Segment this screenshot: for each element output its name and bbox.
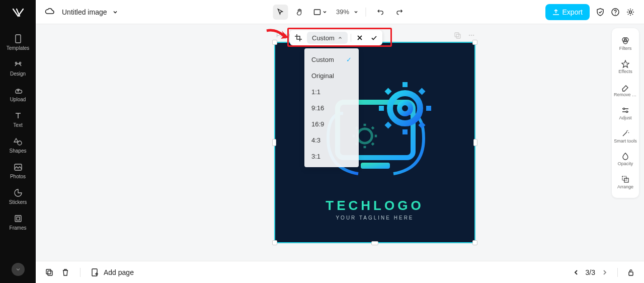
- page-quick-actions: [453, 31, 475, 39]
- effects-icon: [621, 59, 630, 68]
- center-tool-group: 39%: [273, 5, 407, 20]
- chevron-down-icon: [16, 267, 21, 272]
- panel-smart-tools[interactable]: Smart tools: [612, 125, 639, 148]
- resize-menu[interactable]: [311, 5, 329, 20]
- add-page-label: Add page: [104, 268, 134, 276]
- shield-icon[interactable]: [596, 8, 605, 17]
- svg-point-1: [15, 62, 17, 63]
- add-page-icon: [91, 268, 100, 277]
- duplicate-page-icon[interactable]: [453, 31, 461, 39]
- panel-effects[interactable]: Effects: [612, 55, 639, 79]
- aspect-ratio-menu: Custom✓ Original 1:1 9:16 16:9 4:3 3:1: [304, 48, 359, 167]
- aspect-option-1-1[interactable]: 1:1: [304, 84, 359, 100]
- svg-point-22: [473, 35, 474, 36]
- chevron-up-icon: [338, 35, 343, 40]
- svg-point-10: [629, 11, 632, 13]
- rail-frames[interactable]: Frames: [0, 209, 36, 235]
- rail-text[interactable]: Text: [0, 106, 36, 132]
- redo-button[interactable]: [392, 5, 407, 20]
- svg-point-15: [626, 111, 627, 112]
- rail-stickers[interactable]: Stickers: [0, 183, 36, 209]
- panel-label: Remove backgr...: [613, 93, 638, 98]
- lock-icon[interactable]: [627, 268, 635, 276]
- templates-icon: [14, 34, 23, 43]
- svg-rect-6: [17, 217, 20, 220]
- rail-photos[interactable]: Photos: [0, 158, 36, 183]
- panel-remove-bg[interactable]: Remove backgr...: [612, 79, 639, 102]
- aspect-ratio-dropdown[interactable]: Custom: [307, 32, 348, 44]
- rail-shapes[interactable]: Shapes: [0, 132, 36, 158]
- avatar[interactable]: [12, 263, 25, 276]
- adjust-icon: [621, 106, 630, 115]
- zoom-display[interactable]: 39%: [336, 8, 358, 16]
- panel-adjust[interactable]: Adjust: [612, 102, 639, 125]
- hand-tool[interactable]: [292, 5, 307, 20]
- export-label: Export: [562, 8, 583, 16]
- resize-handle-mb[interactable]: [371, 241, 378, 245]
- aspect-option-original[interactable]: Original: [304, 67, 359, 84]
- option-label: 3:1: [311, 153, 320, 160]
- crop-toolbar: Custom: [290, 30, 382, 45]
- undo-button[interactable]: [373, 5, 388, 20]
- aspect-option-3-1[interactable]: 3:1: [304, 148, 359, 164]
- crop-cancel[interactable]: [354, 32, 365, 43]
- settings-icon[interactable]: [626, 8, 635, 17]
- crop-confirm[interactable]: [368, 32, 379, 43]
- svg-point-14: [623, 108, 624, 109]
- rail-upload[interactable]: Upload: [0, 81, 36, 106]
- next-page[interactable]: [601, 269, 608, 276]
- option-label: 16:9: [311, 120, 324, 128]
- svg-rect-7: [314, 10, 320, 15]
- app-logo[interactable]: [10, 4, 27, 21]
- cloud-sync-icon[interactable]: [45, 7, 55, 17]
- document-title[interactable]: Untitled image: [62, 8, 118, 16]
- topbar-right: Export: [545, 4, 635, 20]
- divider: [617, 268, 618, 277]
- rail-design[interactable]: Design: [0, 55, 36, 81]
- resize-handle-bl[interactable]: [272, 240, 277, 245]
- text-icon: [14, 111, 23, 120]
- svg-point-2: [19, 62, 21, 63]
- prev-page[interactable]: [573, 269, 580, 276]
- option-label: Custom: [311, 56, 334, 63]
- opacity-icon: [621, 152, 630, 161]
- page-display: 3/3: [586, 268, 595, 276]
- option-label: 9:16: [311, 104, 324, 112]
- frames-icon: [14, 214, 23, 223]
- aspect-option-custom[interactable]: Custom✓: [304, 51, 359, 67]
- right-rail: Filters Effects Remove backgr... Adjust …: [612, 28, 639, 198]
- svg-point-20: [469, 35, 470, 36]
- more-icon[interactable]: [467, 31, 475, 39]
- aspect-option-4-3[interactable]: 4:3: [304, 132, 359, 148]
- arrange-icon: [621, 175, 630, 184]
- option-label: 4:3: [311, 136, 320, 144]
- divider: [351, 34, 351, 42]
- resize-handle-tl[interactable]: [272, 40, 277, 45]
- panel-label: Effects: [617, 69, 633, 75]
- add-page-button[interactable]: Add page: [91, 268, 134, 277]
- panel-filters[interactable]: Filters: [612, 32, 639, 55]
- svg-rect-18: [455, 33, 459, 37]
- option-label: 1:1: [311, 88, 320, 96]
- select-tool[interactable]: [273, 5, 288, 20]
- aspect-option-9-16[interactable]: 9:16: [304, 100, 359, 116]
- help-icon[interactable]: [611, 8, 620, 17]
- divider: [365, 8, 366, 17]
- duplicate-icon[interactable]: [45, 268, 54, 277]
- panel-label: Opacity: [617, 162, 634, 167]
- aspect-option-16-9[interactable]: 16:9: [304, 116, 359, 132]
- svg-point-3: [18, 141, 22, 145]
- delete-icon[interactable]: [61, 268, 70, 277]
- bottombar: Add page 3/3: [36, 261, 644, 283]
- resize-handle-br[interactable]: [472, 240, 477, 245]
- divider: [80, 268, 80, 277]
- resize-handle-tr[interactable]: [472, 40, 477, 45]
- export-button[interactable]: Export: [545, 4, 590, 20]
- chevron-down-icon: [353, 10, 358, 15]
- rail-templates[interactable]: Templates: [0, 29, 36, 55]
- panel-opacity[interactable]: Opacity: [612, 148, 639, 171]
- resize-handle-ml[interactable]: [272, 139, 276, 146]
- resize-handle-mr[interactable]: [473, 139, 477, 146]
- panel-arrange[interactable]: Arrange: [612, 171, 639, 194]
- svg-rect-19: [456, 34, 460, 38]
